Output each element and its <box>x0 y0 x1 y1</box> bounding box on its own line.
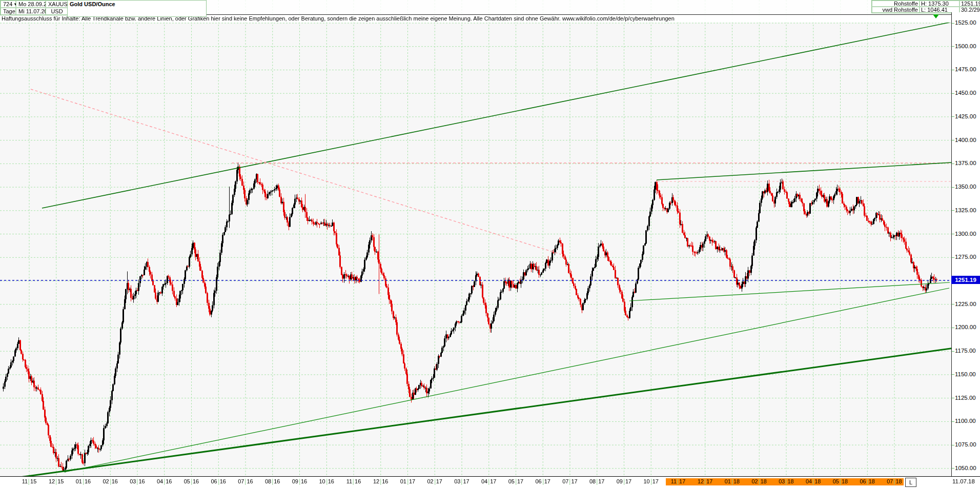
price-axis-label: 1375.00 <box>955 160 976 166</box>
price-axis-label: 1525.00 <box>955 19 976 26</box>
price-tick <box>952 445 954 445</box>
low-marker-box: L <box>905 478 916 487</box>
price-tick <box>952 304 954 304</box>
price-tick <box>952 398 954 398</box>
price-tick <box>952 46 954 47</box>
price-axis-label: 1275.00 <box>955 254 976 260</box>
quote-source-label-row0: Rohstoffe <box>872 1 920 7</box>
currency-value: USD <box>51 8 63 14</box>
time-axis-label: 0516 <box>184 478 199 485</box>
last-price-badge: 1251.19 <box>951 276 980 284</box>
trendlines-overlay[interactable] <box>0 0 980 488</box>
price-axis-label: 1200.00 <box>955 324 976 330</box>
chart-settings-table: 724 ▼ Mo 28.09.2015 XAUUSD Tage ▼ Mi 11.… <box>0 0 69 15</box>
trendline-sep17-resistance-green[interactable] <box>657 162 951 180</box>
time-axis-label: 0618 <box>860 478 875 485</box>
time-axis-label: 0117 <box>400 478 416 485</box>
time-axis-label: 0417 <box>481 478 497 485</box>
time-axis-label: 0717 <box>562 478 578 485</box>
price-axis-label: 1500.00 <box>955 43 976 49</box>
instrument-name: Gold USD/Ounce <box>67 0 207 17</box>
time-axis-label: 0418 <box>806 478 821 485</box>
time-axis[interactable]: L 11151215011602160316041605160616071608… <box>0 476 980 488</box>
time-axis-label: 0616 <box>211 478 227 485</box>
session-date-label: 11.07.18 <box>952 478 975 484</box>
price-tick <box>952 328 954 328</box>
symbol-cell: XAUUSD <box>46 1 68 8</box>
taipan-chart-window: Haftungsausschluss für Inhalte: Alle Tre… <box>0 0 980 488</box>
price-tick <box>952 234 954 234</box>
price-axis-label: 1050.00 <box>955 465 976 471</box>
time-axis-label: 0716 <box>238 478 253 485</box>
time-axis-label: 0617 <box>536 478 551 485</box>
price-axis-label: 1450.00 <box>955 90 976 96</box>
price-tick <box>952 374 954 375</box>
time-axis-label: 0917 <box>617 478 632 485</box>
trendline-support-thin-green[interactable] <box>64 288 949 472</box>
trendline-resistance-descending-pink[interactable] <box>31 89 561 254</box>
price-tick <box>952 116 954 117</box>
price-axis-label: 1075.00 <box>955 441 976 448</box>
price-axis-label: 1300.00 <box>955 231 976 237</box>
time-axis-label: 0816 <box>265 478 280 485</box>
time-axis-label: 1117 <box>671 478 686 485</box>
price-tick <box>952 93 954 94</box>
quote-highlow-value-row0: H: 1375.30 <box>920 1 959 7</box>
bars-count-value: 724 <box>3 1 12 7</box>
time-axis-label: 1216 <box>373 478 389 485</box>
time-axis-label: 0116 <box>76 478 91 485</box>
price-marker-triangle-icon <box>933 14 939 18</box>
period-value: Tage <box>3 8 15 14</box>
quote-price-value-row0: 1251.19 <box>959 1 980 7</box>
time-axis-label: 0216 <box>103 478 118 485</box>
time-axis-label: 0718 <box>887 478 902 485</box>
time-axis-label: 1217 <box>698 478 713 485</box>
price-axis-label: 1125.00 <box>955 395 976 401</box>
price-axis-label: 1425.00 <box>955 113 976 119</box>
period-dropdown[interactable]: Tage ▼ <box>1 8 16 15</box>
time-axis-label: 0218 <box>752 478 767 485</box>
price-tick <box>952 351 954 352</box>
quote-source-label-row1: vwd Rohstoffe <box>872 7 920 13</box>
price-axis-label: 1100.00 <box>955 418 976 424</box>
trendline-channel-top-green[interactable] <box>42 22 951 208</box>
price-axis-label: 1400.00 <box>955 137 976 143</box>
price-axis-label: 1350.00 <box>955 184 976 190</box>
date-to-cell[interactable]: Mi 11.07.2018 <box>16 8 46 15</box>
date-from-cell[interactable]: Mo 28.09.2015 <box>16 1 46 8</box>
time-axis-label: 0517 <box>508 478 524 485</box>
trendline-support-thick-green[interactable] <box>5 344 980 479</box>
currency-cell: USD <box>46 8 68 15</box>
price-axis-label: 1325.00 <box>955 207 976 213</box>
time-axis-label: 0118 <box>725 478 740 485</box>
price-axis-label: 1475.00 <box>955 66 976 72</box>
quote-info-table: RohstoffeH: 1375.301251.19vwd RohstoffeL… <box>871 0 980 13</box>
price-tick <box>952 23 954 24</box>
price-tick <box>952 187 954 188</box>
price-axis-label: 1150.00 <box>955 371 976 377</box>
price-tick <box>952 468 954 469</box>
time-axis-label: 1017 <box>644 478 659 485</box>
price-tick <box>952 164 954 164</box>
time-axis-label: 0518 <box>833 478 848 485</box>
time-axis-label: 1115 <box>22 478 37 485</box>
time-axis-label: 0316 <box>130 478 145 485</box>
price-axis-label: 1225.00 <box>955 301 976 307</box>
price-tick <box>952 257 954 258</box>
time-axis-label: 0416 <box>157 478 172 485</box>
time-axis-label: 0317 <box>454 478 469 485</box>
time-axis-label: 1116 <box>346 478 361 485</box>
price-tick <box>952 140 954 140</box>
price-tick <box>952 70 954 70</box>
price-axis[interactable]: 1525.001500.001475.001450.001425.001400.… <box>951 12 980 476</box>
price-axis-label: 1175.00 <box>955 348 976 354</box>
bars-count-dropdown[interactable]: 724 ▼ <box>1 1 16 8</box>
price-tick <box>952 210 954 211</box>
time-axis-label: 0916 <box>292 478 308 485</box>
price-tick <box>952 421 954 422</box>
time-axis-label: 0217 <box>427 478 443 485</box>
time-axis-label: 1215 <box>49 478 64 485</box>
time-axis-label: 1016 <box>319 478 335 485</box>
time-axis-label: 0318 <box>779 478 794 485</box>
time-axis-label: 0817 <box>589 478 605 485</box>
